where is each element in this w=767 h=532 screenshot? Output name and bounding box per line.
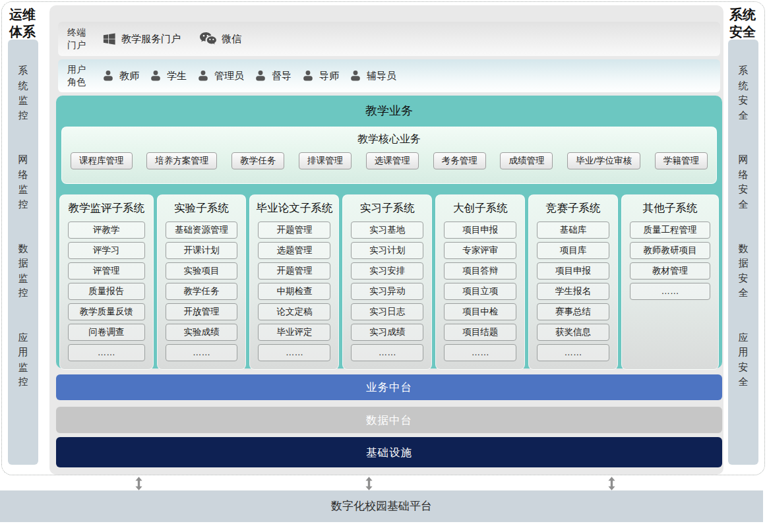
person-icon: [197, 69, 210, 82]
subsystem-title: 大创子系统: [436, 195, 524, 216]
subsystem-module: 教学质量反馈: [68, 303, 145, 320]
user-roles-band: 用户角色 教师 学生 管理员 督导: [58, 59, 720, 92]
subsystem-innovation: 大创子系统 项目申报 专家评审 项目答辩 项目立项 项目中检 项目结题 ……: [435, 194, 525, 370]
subsystem-module: 实验成绩: [166, 324, 238, 341]
role-label: 教师: [119, 70, 139, 82]
subsystem-module: 学生报名: [537, 283, 609, 300]
core-module: 学籍管理: [655, 152, 708, 169]
subsystem-module: 基础库: [537, 222, 609, 239]
portal-item-label: 教学服务门户: [121, 33, 181, 45]
subsystem-module: 实习基地: [351, 222, 423, 239]
subsystem-module: 项目申报: [537, 262, 609, 280]
left-sidebar-item: 网络监控: [18, 152, 29, 212]
subsystem-module: 毕业评定: [258, 324, 330, 341]
core-module: 培养方案管理: [146, 152, 217, 169]
role-mentor: 导师: [301, 69, 339, 82]
role-supervisor: 督导: [254, 69, 291, 82]
core-module: 考务管理: [433, 152, 486, 169]
subsystem-module: 专家评审: [444, 242, 516, 259]
subsystem-module: ……: [166, 344, 238, 361]
layer-business-middle-platform: 业务中台: [56, 374, 722, 400]
subsystem-module: 项目结题: [444, 324, 516, 341]
core-business-items: 课程库管理 培养方案管理 教学任务 排课管理 选课管理 考务管理 成绩管理 毕业…: [62, 152, 716, 169]
role-label: 学生: [167, 70, 187, 82]
roles-band-label: 用户角色: [67, 63, 91, 88]
core-module: 成绩管理: [500, 152, 553, 169]
double-arrow-icon: [365, 477, 373, 490]
left-sidebar-item: 数据监控: [18, 241, 29, 301]
core-module: 课程库管理: [71, 152, 133, 169]
left-sidebar-column: 系统监控 网络监控 数据监控 应用监控: [8, 40, 38, 465]
person-icon: [301, 69, 315, 82]
subsystem-module: 教师教研项目: [630, 242, 710, 259]
right-sidebar-title: 系统安全: [729, 6, 761, 40]
subsystem-module: 质量工程管理: [630, 222, 710, 239]
subsystem-title: 教学监评子系统: [60, 195, 153, 216]
subsystem-module: 论文定稿: [258, 303, 330, 320]
subsystem-module: 问卷调查: [68, 324, 145, 341]
subsystem-module: 教材管理: [630, 262, 710, 280]
portal-band-label: 终端门户: [67, 26, 91, 51]
role-label: 管理员: [214, 70, 244, 82]
subsystem-module: 开放管理: [166, 303, 238, 320]
role-label: 导师: [319, 70, 339, 82]
portal-item-wechat: 微信: [199, 32, 241, 47]
subsystem-module: 实习日志: [351, 303, 423, 320]
subsystem-module: 开课计划: [166, 242, 238, 259]
subsystem-module: 实习成绩: [351, 324, 423, 341]
subsystem-module: 实习异动: [351, 283, 423, 300]
subsystem-module: 项目申报: [444, 222, 516, 239]
subsystem-module: 实验项目: [166, 262, 238, 280]
subsystem-module: ……: [537, 344, 609, 361]
role-student: 学生: [149, 69, 187, 82]
left-sidebar-item: 系统监控: [18, 63, 29, 123]
core-module: 毕业/学位审核: [567, 152, 640, 169]
subsystem-module: 评管理: [68, 262, 145, 280]
subsystem-competition: 竞赛子系统 基础库 项目库 项目申报 学生报名 赛事总结 获奖信息 ……: [528, 194, 618, 370]
role-counselor: 辅导员: [349, 69, 396, 82]
right-sidebar-item: 应用安全: [738, 330, 749, 390]
core-module: 排课管理: [299, 152, 352, 169]
subsystem-title: 毕业论文子系统: [250, 195, 338, 216]
central-panel: 终端门户 教学服务门户: [49, 5, 723, 475]
subsystem-module: ……: [351, 344, 423, 361]
subsystem-module: 项目答辩: [444, 262, 516, 280]
windows-icon: [102, 32, 117, 47]
layer-infrastructure: 基础设施: [56, 437, 722, 467]
subsystem-module: 实习计划: [351, 242, 423, 259]
teaching-business-container: 教学业务 教学核心业务 课程库管理 培养方案管理 教学任务 排课管理 选课管理 …: [56, 96, 722, 369]
left-sidebar-title: 运维体系: [9, 6, 41, 40]
subsystem-module: 中期检查: [258, 283, 330, 300]
subsystem-module: 赛事总结: [537, 303, 609, 320]
right-sidebar-item: 数据安全: [738, 241, 749, 301]
subsystem-title: 实验子系统: [158, 195, 246, 216]
terminal-portal-band: 终端门户 教学服务门户: [58, 22, 720, 56]
portal-item-teaching-portal: 教学服务门户: [102, 32, 181, 47]
layer-data-middle-platform: 数据中台: [56, 407, 722, 433]
subsystem-evaluation: 教学监评子系统 评教学 评学习 评管理 质量报告 教学质量反馈 问卷调查 ……: [59, 194, 154, 370]
role-admin: 管理员: [197, 69, 244, 82]
subsystem-module: 项目库: [537, 242, 609, 259]
left-sidebar-item: 应用监控: [18, 330, 29, 390]
portal-item-label: 微信: [222, 33, 241, 45]
subsystem-module: 项目立项: [444, 283, 516, 300]
role-label: 辅导员: [367, 70, 396, 82]
person-icon: [349, 69, 362, 82]
person-icon: [149, 69, 162, 82]
subsystem-module: 实习安排: [351, 262, 423, 280]
subsystem-module: 开题管理: [258, 262, 330, 280]
subsystem-module: ……: [258, 344, 330, 361]
subsystem-module: 开题管理: [258, 222, 330, 239]
subsystem-title: 其他子系统: [622, 195, 718, 216]
core-business-title: 教学核心业务: [62, 127, 716, 146]
subsystem-module: 获奖信息: [537, 324, 609, 341]
role-label: 督导: [272, 70, 291, 82]
wechat-icon: [199, 32, 217, 47]
subsystem-module: 评教学: [68, 222, 145, 239]
person-icon: [254, 69, 267, 82]
subsystem-module: 选题管理: [258, 242, 330, 259]
right-sidebar-column: 系统安全 网络安全 数据安全 应用安全: [728, 40, 758, 465]
subsystem-module: ……: [68, 344, 145, 361]
right-sidebar-item: 网络安全: [738, 152, 749, 212]
core-module: 选课管理: [366, 152, 419, 169]
